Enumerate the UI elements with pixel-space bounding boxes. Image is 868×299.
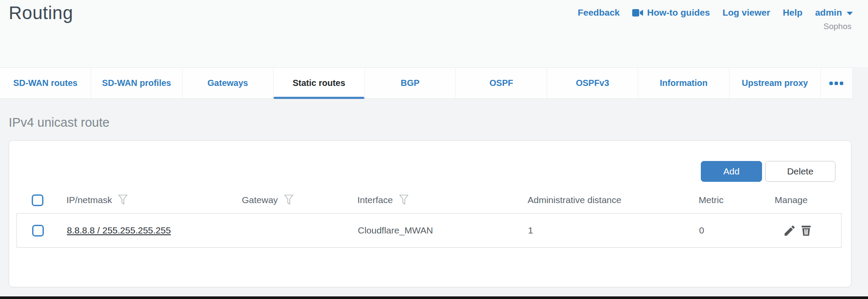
routes-card: Add Delete IP/netmask Gateway Interface … bbox=[9, 140, 851, 287]
help-label: Help bbox=[783, 7, 803, 18]
table-row: 8.8.8.8 / 255.255.255.255 Cloudflare_MWA… bbox=[17, 213, 842, 248]
tab-bgp[interactable]: BGP bbox=[365, 68, 456, 99]
trash-icon[interactable] bbox=[799, 224, 813, 237]
video-camera-icon bbox=[632, 9, 643, 16]
route-ip-netmask-link[interactable]: 8.8.8.8 / 255.255.255.255 bbox=[67, 225, 171, 236]
log-viewer-label: Log viewer bbox=[723, 7, 770, 18]
ellipsis-icon bbox=[829, 82, 833, 85]
route-metric-value: 0 bbox=[699, 225, 704, 236]
ellipsis-icon bbox=[840, 82, 843, 85]
select-all-checkbox[interactable] bbox=[32, 194, 43, 206]
column-header-interface: Interface bbox=[357, 195, 393, 205]
column-header-ip-netmask: IP/netmask bbox=[66, 195, 112, 205]
admin-label: admin bbox=[815, 7, 842, 18]
delete-button[interactable]: Delete bbox=[765, 161, 835, 182]
section-heading: IPv4 unicast route bbox=[9, 115, 109, 130]
column-header-gateway: Gateway bbox=[242, 195, 278, 205]
tab-ospf[interactable]: OSPF bbox=[456, 68, 547, 99]
log-viewer-link[interactable]: Log viewer bbox=[723, 7, 770, 18]
tab-gateways[interactable]: Gateways bbox=[182, 68, 274, 99]
ellipsis-icon bbox=[835, 82, 838, 85]
route-admin-distance-value: 1 bbox=[528, 225, 533, 236]
filter-icon[interactable] bbox=[118, 194, 128, 207]
tab-static-routes[interactable]: Static routes bbox=[274, 68, 365, 99]
admin-menu[interactable]: admin bbox=[815, 7, 853, 18]
help-link[interactable]: Help bbox=[783, 7, 803, 18]
tab-sdwan-routes[interactable]: SD-WAN routes bbox=[0, 68, 91, 99]
table-header: IP/netmask Gateway Interface Administrat… bbox=[17, 187, 842, 213]
howto-guides-label: How-to guides bbox=[647, 7, 710, 18]
brand-label: Sophos bbox=[824, 22, 851, 31]
window-bottom-edge bbox=[0, 296, 868, 299]
column-header-manage: Manage bbox=[775, 195, 808, 205]
edit-pencil-icon[interactable] bbox=[783, 224, 796, 237]
column-header-metric: Metric bbox=[699, 195, 723, 205]
page-header: Routing Feedback How-to guides Log viewe… bbox=[0, 0, 868, 67]
feedback-link[interactable]: Feedback bbox=[578, 7, 620, 18]
page-title: Routing bbox=[9, 3, 73, 23]
tab-ospfv3[interactable]: OSPFv3 bbox=[547, 68, 638, 99]
filter-icon[interactable] bbox=[399, 194, 409, 207]
tab-overflow-button[interactable] bbox=[821, 68, 851, 99]
howto-guides-link[interactable]: How-to guides bbox=[632, 7, 710, 18]
filter-icon[interactable] bbox=[284, 194, 294, 207]
chevron-down-icon bbox=[847, 12, 853, 15]
add-button[interactable]: Add bbox=[701, 161, 762, 182]
routing-tab-bar: SD-WAN routes SD-WAN profiles Gateways S… bbox=[0, 67, 852, 99]
tab-information[interactable]: Information bbox=[638, 68, 729, 99]
tab-upstream-proxy[interactable]: Upstream proxy bbox=[729, 68, 821, 99]
top-navigation: Feedback How-to guides Log viewer Help a… bbox=[578, 7, 853, 18]
column-header-admin-distance: Administrative distance bbox=[528, 195, 621, 205]
route-interface-value: Cloudflare_MWAN bbox=[358, 225, 433, 236]
tab-sdwan-profiles[interactable]: SD-WAN profiles bbox=[91, 68, 182, 99]
row-checkbox[interactable] bbox=[32, 225, 44, 237]
feedback-label: Feedback bbox=[578, 7, 620, 18]
